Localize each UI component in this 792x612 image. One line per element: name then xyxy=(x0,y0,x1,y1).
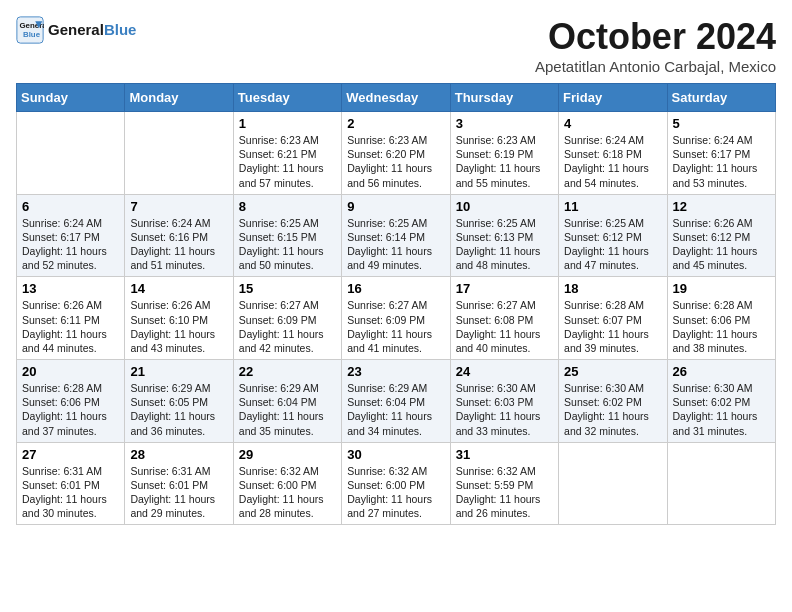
day-number: 25 xyxy=(564,364,661,379)
day-content: Sunrise: 6:27 AMSunset: 6:09 PMDaylight:… xyxy=(239,298,336,355)
weekday-header: Friday xyxy=(559,84,667,112)
day-content: Sunrise: 6:23 AMSunset: 6:21 PMDaylight:… xyxy=(239,133,336,190)
day-number: 29 xyxy=(239,447,336,462)
day-number: 6 xyxy=(22,199,119,214)
day-content: Sunrise: 6:23 AMSunset: 6:20 PMDaylight:… xyxy=(347,133,444,190)
day-number: 8 xyxy=(239,199,336,214)
calendar-cell: 27Sunrise: 6:31 AMSunset: 6:01 PMDayligh… xyxy=(17,442,125,525)
day-number: 12 xyxy=(673,199,770,214)
day-number: 13 xyxy=(22,281,119,296)
calendar-cell: 3Sunrise: 6:23 AMSunset: 6:19 PMDaylight… xyxy=(450,112,558,195)
day-number: 26 xyxy=(673,364,770,379)
day-content: Sunrise: 6:24 AMSunset: 6:17 PMDaylight:… xyxy=(673,133,770,190)
calendar-cell: 11Sunrise: 6:25 AMSunset: 6:12 PMDayligh… xyxy=(559,194,667,277)
calendar-cell: 23Sunrise: 6:29 AMSunset: 6:04 PMDayligh… xyxy=(342,360,450,443)
month-title: October 2024 xyxy=(535,16,776,58)
day-number: 14 xyxy=(130,281,227,296)
calendar-cell xyxy=(17,112,125,195)
svg-text:Blue: Blue xyxy=(23,30,41,39)
calendar-row: 13Sunrise: 6:26 AMSunset: 6:11 PMDayligh… xyxy=(17,277,776,360)
day-content: Sunrise: 6:27 AMSunset: 6:09 PMDaylight:… xyxy=(347,298,444,355)
calendar-cell: 16Sunrise: 6:27 AMSunset: 6:09 PMDayligh… xyxy=(342,277,450,360)
day-number: 4 xyxy=(564,116,661,131)
calendar-cell: 18Sunrise: 6:28 AMSunset: 6:07 PMDayligh… xyxy=(559,277,667,360)
calendar-cell: 24Sunrise: 6:30 AMSunset: 6:03 PMDayligh… xyxy=(450,360,558,443)
day-number: 5 xyxy=(673,116,770,131)
day-content: Sunrise: 6:32 AMSunset: 5:59 PMDaylight:… xyxy=(456,464,553,521)
day-content: Sunrise: 6:23 AMSunset: 6:19 PMDaylight:… xyxy=(456,133,553,190)
day-number: 20 xyxy=(22,364,119,379)
calendar-cell: 30Sunrise: 6:32 AMSunset: 6:00 PMDayligh… xyxy=(342,442,450,525)
day-content: Sunrise: 6:32 AMSunset: 6:00 PMDaylight:… xyxy=(347,464,444,521)
calendar-cell: 22Sunrise: 6:29 AMSunset: 6:04 PMDayligh… xyxy=(233,360,341,443)
day-content: Sunrise: 6:29 AMSunset: 6:04 PMDaylight:… xyxy=(347,381,444,438)
calendar-cell: 28Sunrise: 6:31 AMSunset: 6:01 PMDayligh… xyxy=(125,442,233,525)
calendar-row: 1Sunrise: 6:23 AMSunset: 6:21 PMDaylight… xyxy=(17,112,776,195)
calendar-cell: 2Sunrise: 6:23 AMSunset: 6:20 PMDaylight… xyxy=(342,112,450,195)
calendar-cell: 14Sunrise: 6:26 AMSunset: 6:10 PMDayligh… xyxy=(125,277,233,360)
calendar-cell: 29Sunrise: 6:32 AMSunset: 6:00 PMDayligh… xyxy=(233,442,341,525)
day-content: Sunrise: 6:31 AMSunset: 6:01 PMDaylight:… xyxy=(130,464,227,521)
day-content: Sunrise: 6:30 AMSunset: 6:03 PMDaylight:… xyxy=(456,381,553,438)
day-number: 31 xyxy=(456,447,553,462)
day-content: Sunrise: 6:24 AMSunset: 6:16 PMDaylight:… xyxy=(130,216,227,273)
day-content: Sunrise: 6:25 AMSunset: 6:13 PMDaylight:… xyxy=(456,216,553,273)
day-content: Sunrise: 6:30 AMSunset: 6:02 PMDaylight:… xyxy=(673,381,770,438)
day-content: Sunrise: 6:24 AMSunset: 6:18 PMDaylight:… xyxy=(564,133,661,190)
day-content: Sunrise: 6:27 AMSunset: 6:08 PMDaylight:… xyxy=(456,298,553,355)
day-number: 22 xyxy=(239,364,336,379)
calendar-cell: 15Sunrise: 6:27 AMSunset: 6:09 PMDayligh… xyxy=(233,277,341,360)
calendar-cell: 25Sunrise: 6:30 AMSunset: 6:02 PMDayligh… xyxy=(559,360,667,443)
day-number: 7 xyxy=(130,199,227,214)
logo-icon: General Blue xyxy=(16,16,44,44)
day-number: 19 xyxy=(673,281,770,296)
day-content: Sunrise: 6:29 AMSunset: 6:05 PMDaylight:… xyxy=(130,381,227,438)
calendar-cell: 10Sunrise: 6:25 AMSunset: 6:13 PMDayligh… xyxy=(450,194,558,277)
weekday-header: Sunday xyxy=(17,84,125,112)
day-content: Sunrise: 6:28 AMSunset: 6:06 PMDaylight:… xyxy=(673,298,770,355)
calendar-cell: 17Sunrise: 6:27 AMSunset: 6:08 PMDayligh… xyxy=(450,277,558,360)
day-content: Sunrise: 6:25 AMSunset: 6:15 PMDaylight:… xyxy=(239,216,336,273)
weekday-header: Tuesday xyxy=(233,84,341,112)
day-content: Sunrise: 6:30 AMSunset: 6:02 PMDaylight:… xyxy=(564,381,661,438)
calendar-cell: 31Sunrise: 6:32 AMSunset: 5:59 PMDayligh… xyxy=(450,442,558,525)
day-number: 18 xyxy=(564,281,661,296)
weekday-header: Saturday xyxy=(667,84,775,112)
calendar-cell: 9Sunrise: 6:25 AMSunset: 6:14 PMDaylight… xyxy=(342,194,450,277)
day-number: 21 xyxy=(130,364,227,379)
day-number: 30 xyxy=(347,447,444,462)
calendar-cell: 5Sunrise: 6:24 AMSunset: 6:17 PMDaylight… xyxy=(667,112,775,195)
calendar-header-row: SundayMondayTuesdayWednesdayThursdayFrid… xyxy=(17,84,776,112)
day-number: 28 xyxy=(130,447,227,462)
day-content: Sunrise: 6:28 AMSunset: 6:07 PMDaylight:… xyxy=(564,298,661,355)
day-number: 24 xyxy=(456,364,553,379)
day-number: 9 xyxy=(347,199,444,214)
day-number: 10 xyxy=(456,199,553,214)
calendar-cell: 7Sunrise: 6:24 AMSunset: 6:16 PMDaylight… xyxy=(125,194,233,277)
calendar-cell: 20Sunrise: 6:28 AMSunset: 6:06 PMDayligh… xyxy=(17,360,125,443)
weekday-header: Monday xyxy=(125,84,233,112)
day-content: Sunrise: 6:31 AMSunset: 6:01 PMDaylight:… xyxy=(22,464,119,521)
weekday-header: Wednesday xyxy=(342,84,450,112)
calendar-row: 6Sunrise: 6:24 AMSunset: 6:17 PMDaylight… xyxy=(17,194,776,277)
calendar-row: 27Sunrise: 6:31 AMSunset: 6:01 PMDayligh… xyxy=(17,442,776,525)
calendar-cell: 6Sunrise: 6:24 AMSunset: 6:17 PMDaylight… xyxy=(17,194,125,277)
logo: General Blue GeneralBlue xyxy=(16,16,136,44)
day-content: Sunrise: 6:28 AMSunset: 6:06 PMDaylight:… xyxy=(22,381,119,438)
calendar-cell xyxy=(125,112,233,195)
day-content: Sunrise: 6:25 AMSunset: 6:12 PMDaylight:… xyxy=(564,216,661,273)
day-content: Sunrise: 6:24 AMSunset: 6:17 PMDaylight:… xyxy=(22,216,119,273)
day-number: 27 xyxy=(22,447,119,462)
title-area: October 2024 Apetatitlan Antonio Carbaja… xyxy=(535,16,776,75)
day-number: 23 xyxy=(347,364,444,379)
day-number: 15 xyxy=(239,281,336,296)
calendar-cell: 1Sunrise: 6:23 AMSunset: 6:21 PMDaylight… xyxy=(233,112,341,195)
day-number: 1 xyxy=(239,116,336,131)
calendar-cell xyxy=(667,442,775,525)
calendar-cell: 8Sunrise: 6:25 AMSunset: 6:15 PMDaylight… xyxy=(233,194,341,277)
calendar-cell: 13Sunrise: 6:26 AMSunset: 6:11 PMDayligh… xyxy=(17,277,125,360)
calendar-cell: 26Sunrise: 6:30 AMSunset: 6:02 PMDayligh… xyxy=(667,360,775,443)
logo-text: GeneralBlue xyxy=(48,21,136,39)
day-content: Sunrise: 6:32 AMSunset: 6:00 PMDaylight:… xyxy=(239,464,336,521)
day-content: Sunrise: 6:25 AMSunset: 6:14 PMDaylight:… xyxy=(347,216,444,273)
